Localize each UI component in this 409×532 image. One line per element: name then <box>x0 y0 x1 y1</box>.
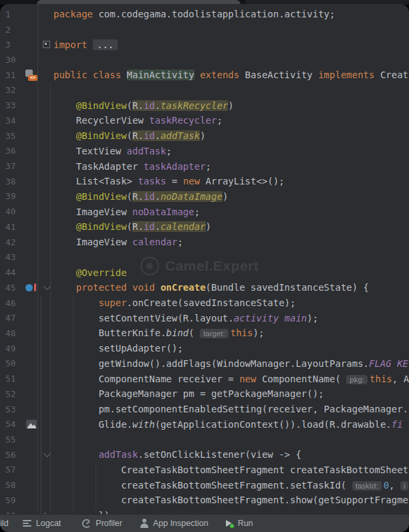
fold-slot <box>40 295 52 311</box>
code-line[interactable]: 47 setContentView(R.layout.activity_main… <box>0 310 409 325</box>
code-line[interactable]: 50 getWindow().addFlags(WindowManager.La… <box>0 356 409 372</box>
code-line[interactable]: 33 @BindView(R.id.taskRecycler) <box>0 98 409 113</box>
code-text: createTaskBottomSheetFragment.show(getSu… <box>52 495 409 505</box>
toolwindow-profiler[interactable]: Profiler <box>82 519 122 529</box>
gutter-icon-slot <box>23 386 40 402</box>
fold-slot <box>40 52 52 68</box>
fold-slot <box>40 265 52 280</box>
gutter-icon-slot <box>23 204 40 219</box>
code-line[interactable]: 35 @BindView(R.id.addTask) <box>0 128 409 144</box>
gutter-icon-slot <box>23 235 40 250</box>
code-line[interactable]: 49 setUpAdapter(); <box>0 341 409 356</box>
code-line[interactable]: 43 <box>0 250 409 265</box>
toolwindow-logcat[interactable]: Logcat <box>23 519 61 528</box>
code-line[interactable]: 37 TaskAdapter taskAdapter; <box>0 158 409 174</box>
code-line[interactable]: 39 @BindView(R.id.noDataImage) <box>0 189 409 205</box>
code-text: CreateTaskBottomSheetFragment createTask… <box>52 464 409 475</box>
gutter-icon-slot <box>23 143 40 158</box>
code-line[interactable]: 59 createTaskBottomSheetFragment.show(ge… <box>0 493 409 508</box>
code-line[interactable]: 2 <box>0 22 409 37</box>
code-line[interactable]: 58 createTaskBottomSheetFragment.setTask… <box>0 477 409 493</box>
code-text: PackageManager pm = getPackageManager(); <box>52 388 409 399</box>
code-text: import ... <box>52 39 409 50</box>
run-label: Run <box>238 519 253 528</box>
code-text: TaskAdapter taskAdapter; <box>52 161 409 172</box>
code-line[interactable]: 41 @BindView(R.id.calendar) <box>0 219 409 235</box>
override-gutter-icon[interactable] <box>25 283 37 292</box>
fold-slot <box>40 356 52 372</box>
code-line[interactable]: 53 pm.setComponentEnabledSetting(receive… <box>0 402 409 417</box>
code-line[interactable]: 36 TextView addTask; <box>0 143 409 158</box>
class-gutter-icon[interactable] <box>25 70 38 81</box>
code-line[interactable]: 45 protected void onCreate(Bundle savedI… <box>0 280 409 295</box>
line-number: 49 <box>0 344 23 354</box>
gutter-icon-slot <box>23 402 40 417</box>
code-line[interactable]: 31public class MainActivity extends Base… <box>0 68 409 83</box>
code-line[interactable]: 1package com.codegama.todolistapplicatio… <box>0 7 409 22</box>
fold-slot <box>40 189 52 205</box>
gutter-icon-slot <box>23 432 40 447</box>
code-text: @BindView(R.id.taskRecycler) <box>52 100 409 111</box>
code-line[interactable]: 57 CreateTaskBottomSheetFragment createT… <box>0 462 409 478</box>
gutter-icon-slot <box>23 37 40 52</box>
fold-slot <box>40 219 52 235</box>
fold-slot <box>40 235 52 250</box>
gutter-icon-slot <box>23 68 40 83</box>
line-number: 36 <box>0 146 23 156</box>
gutter-icon-slot <box>23 189 40 205</box>
line-number: 37 <box>0 161 23 171</box>
line-number: 39 <box>0 191 23 201</box>
toolwindow-app-inspection[interactable]: App Inspection <box>140 519 209 528</box>
gutter-icon-slot <box>23 98 40 113</box>
code-text: setUpAdapter(); <box>52 343 409 354</box>
line-number: 33 <box>0 100 23 110</box>
gutter-icon-slot <box>23 310 40 325</box>
code-line[interactable]: 46 super.onCreate(savedInstanceState); <box>0 295 409 311</box>
code-line[interactable]: 55 <box>0 432 409 447</box>
code-text: List<Task> tasks = new ArrayList<>(); <box>52 176 409 186</box>
fold-slot <box>40 68 52 83</box>
toolwindow-run[interactable]: Run <box>225 519 253 528</box>
fold-slot <box>40 7 52 22</box>
tool-window-bar: Build Logcat Profiler App Inspection Run <box>0 514 409 532</box>
fold-slot <box>40 508 52 514</box>
fold-slot <box>40 22 52 37</box>
code-line[interactable]: 42 ImageView calendar; <box>0 235 409 250</box>
code-line[interactable]: 48 ButterKnife.bind( target:this); <box>0 325 409 341</box>
logcat-label: Logcat <box>36 519 61 528</box>
code-line[interactable]: 54 Glide.with(getApplicationContext()).l… <box>0 416 409 432</box>
code-line[interactable]: 40 ImageView noDataImage; <box>0 204 409 219</box>
code-line[interactable]: 52 PackageManager pm = getPackageManager… <box>0 386 409 402</box>
code-line[interactable]: 56 addTask.setOnClickListener(view -> { <box>0 447 409 462</box>
fold-marker[interactable] <box>43 283 51 290</box>
fold-slot <box>40 113 52 128</box>
code-text: ComponentName receiver = new ComponentNa… <box>52 374 409 384</box>
line-number: 56 <box>0 450 23 460</box>
code-line[interactable]: 44 @Override <box>0 265 409 280</box>
toolwindow-build[interactable]: Build <box>0 519 9 528</box>
logcat-icon <box>23 520 32 527</box>
fold-slot <box>40 447 52 462</box>
fold-slot <box>40 174 52 189</box>
image-gutter-icon[interactable] <box>26 420 37 428</box>
gutter-icon-slot <box>23 477 40 493</box>
fold-marker[interactable] <box>43 41 50 48</box>
code-line[interactable]: 51 ComponentName receiver = new Componen… <box>0 371 409 386</box>
fold-slot <box>40 204 52 219</box>
code-line[interactable]: 34 RecyclerView taskRecycler; <box>0 113 409 128</box>
fold-slot <box>40 310 52 325</box>
code-editor[interactable]: 1package com.codegama.todolistapplicatio… <box>0 4 409 514</box>
fold-slot <box>40 432 52 447</box>
line-number: 43 <box>0 252 23 262</box>
fold-slot <box>40 371 52 386</box>
line-number: 35 <box>0 131 23 141</box>
build-label: Build <box>0 519 9 528</box>
code-line[interactable]: 3import ... <box>0 37 409 52</box>
line-number: 50 <box>0 358 23 368</box>
code-line[interactable]: 38 List<Task> tasks = new ArrayList<>(); <box>0 174 409 189</box>
code-line[interactable]: 32 <box>0 83 409 98</box>
gutter-icon-slot <box>23 250 40 265</box>
code-line[interactable]: 60 }); <box>0 508 409 514</box>
code-line[interactable]: 30 <box>0 52 409 68</box>
fold-marker[interactable] <box>43 450 51 457</box>
